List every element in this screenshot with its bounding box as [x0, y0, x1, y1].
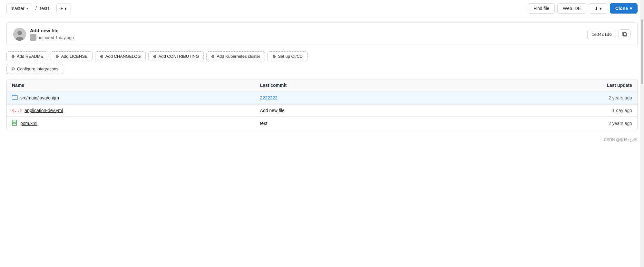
xml-icon: XML [12, 120, 18, 127]
add-readme-icon: ⊕ [11, 54, 15, 59]
commit-info-panel: Add new file authored 1 day ago 1e34c1d6 [6, 22, 638, 46]
col-name: Name [12, 83, 260, 88]
file-link-xml[interactable]: pom.xml [20, 121, 37, 126]
clone-label: Clone [615, 6, 628, 11]
col-last-commit: Last commit [260, 83, 508, 88]
add-changelog-button[interactable]: ⊕ Add CHANGELOG [95, 51, 146, 61]
folder-svg [12, 95, 18, 100]
add-readme-label: Add README [17, 54, 43, 59]
commit-hash: 1e34c1d6 [587, 30, 616, 39]
commit-right: 1e34c1d6 [587, 29, 631, 39]
web-ide-button[interactable]: Web IDE [557, 3, 586, 14]
file-name-cell: {..} application-dev.yml [12, 108, 260, 113]
commit-meta-text: authored 1 day ago [38, 35, 74, 40]
add-license-icon: ⊕ [55, 54, 59, 59]
table-row: {..} application-dev.yml Add new file 1 … [7, 105, 637, 117]
add-k8s-button[interactable]: ⊕ Add Kubernetes cluster [206, 51, 265, 61]
path-separator: / [34, 5, 38, 11]
clone-chevron: ▾ [630, 6, 632, 11]
file-table-header: Name Last commit Last update [7, 79, 637, 91]
svg-point-1 [17, 31, 22, 35]
commit-author-avatar [30, 34, 36, 41]
download-button[interactable]: ⬇ ▾ [589, 3, 607, 14]
add-k8s-icon: ⊕ [211, 54, 215, 59]
table-row: XML pom.xml test 2 years ago [7, 117, 637, 130]
repo-name: test1 [40, 6, 50, 11]
add-changelog-icon: ⊕ [100, 54, 103, 59]
setup-cicd-label: Set up CI/CD [278, 54, 303, 59]
add-button-label: + [61, 6, 63, 11]
action-buttons-row-2: ⚙ Configure Integrations [0, 64, 644, 74]
configure-integrations-button[interactable]: ⚙ Configure Integrations [6, 64, 63, 74]
add-new-button[interactable]: + ▾ [56, 4, 71, 13]
svg-text:XML: XML [13, 122, 16, 124]
table-row: src/main/java/cn/jm 2222222 2 years ago [7, 91, 637, 105]
branch-chevron: ▾ [26, 7, 28, 10]
commit-details: Add new file authored 1 day ago [30, 28, 74, 41]
top-bar-left: master ▾ / test1 + ▾ [6, 4, 71, 13]
action-buttons-row: ⊕ Add README ⊕ Add LICENSE ⊕ Add CHANGEL… [0, 51, 644, 61]
add-k8s-label: Add Kubernetes cluster [217, 54, 260, 59]
top-bar: master ▾ / test1 + ▾ Find file Web IDE ⬇… [0, 0, 644, 17]
file-link-yaml[interactable]: application-dev.yml [24, 108, 63, 113]
gear-icon: ⚙ [11, 67, 15, 71]
commit-meta: authored 1 day ago [30, 34, 74, 41]
scrollbar-thumb[interactable] [641, 19, 643, 84]
add-changelog-label: Add CHANGELOG [105, 54, 141, 59]
col-last-update: Last update [508, 83, 632, 88]
commit-left: Add new file authored 1 day ago [13, 28, 74, 41]
add-license-button[interactable]: ⊕ Add LICENSE [51, 51, 92, 61]
file-table: Name Last commit Last update src/main/ja… [6, 79, 638, 130]
download-icon: ⬇ [594, 6, 598, 11]
branch-label: master [11, 6, 24, 11]
add-button-chevron: ▾ [64, 6, 67, 11]
scrollbar[interactable] [640, 0, 644, 145]
folder-icon [12, 95, 18, 101]
add-contributing-label: Add CONTRIBUTING [159, 54, 199, 59]
copy-hash-button[interactable] [619, 29, 631, 39]
setup-cicd-icon: ⊕ [272, 54, 276, 59]
avatar [13, 28, 26, 41]
commit-link-folder[interactable]: 2222222 [260, 95, 278, 100]
yaml-icon: {..} [12, 108, 22, 113]
download-chevron: ▾ [600, 6, 602, 11]
commit-text-xml: test [260, 121, 268, 126]
commit-cell-xml: test [260, 121, 508, 126]
add-license-label: Add LICENSE [61, 54, 87, 59]
setup-cicd-button[interactable]: ⊕ Set up CI/CD [268, 51, 307, 61]
xml-file-svg: XML [12, 120, 18, 126]
commit-cell-folder: 2222222 [260, 95, 508, 100]
branch-selector[interactable]: master ▾ [6, 4, 32, 13]
add-readme-button[interactable]: ⊕ Add README [6, 51, 48, 61]
commit-cell-yaml: Add new file [260, 108, 508, 113]
avatar-svg [13, 28, 26, 41]
top-bar-right: Find file Web IDE ⬇ ▾ Clone ▾ [528, 3, 638, 14]
copy-icon [622, 32, 627, 37]
last-update-yaml: 1 day ago [508, 108, 632, 113]
add-contributing-button[interactable]: ⊕ Add CONTRIBUTING [148, 51, 204, 61]
find-file-button[interactable]: Find file [528, 3, 555, 14]
find-file-label: Find file [533, 6, 549, 11]
file-name-cell: XML pom.xml [12, 120, 260, 127]
file-link-folder[interactable]: src/main/java/cn/jm [20, 95, 59, 100]
avatar-image [13, 28, 26, 41]
watermark: CSDN @追风×少年 [0, 135, 644, 145]
last-update-folder: 2 years ago [508, 95, 632, 100]
add-contributing-icon: ⊕ [153, 54, 157, 59]
configure-integrations-label: Configure Integrations [17, 67, 58, 71]
file-name-cell: src/main/java/cn/jm [12, 95, 260, 101]
commit-message: Add new file [30, 28, 74, 33]
last-update-xml: 2 years ago [508, 121, 632, 126]
clone-button[interactable]: Clone ▾ [610, 3, 638, 14]
commit-text-yaml: Add new file [260, 108, 285, 113]
web-ide-label: Web IDE [563, 6, 581, 11]
